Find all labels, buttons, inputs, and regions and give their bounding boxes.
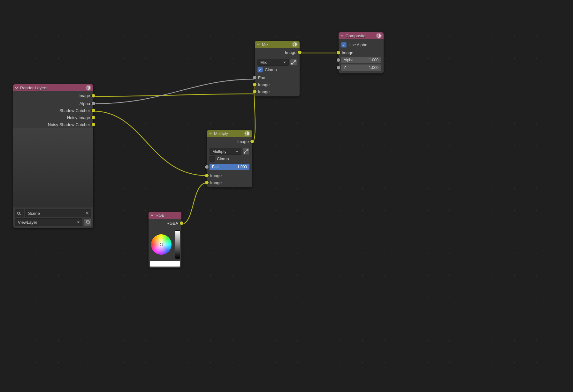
pin-icon[interactable] bbox=[84, 218, 91, 226]
view-layer-name: ViewLayer bbox=[18, 220, 37, 225]
scene-name: Scene bbox=[28, 211, 40, 216]
chevron-down-icon bbox=[340, 34, 344, 38]
socket-input-fac[interactable] bbox=[205, 165, 209, 169]
socket-input-image1[interactable] bbox=[253, 83, 256, 87]
input-label: Fac bbox=[256, 75, 268, 80]
node-title: Multiply bbox=[214, 131, 244, 136]
input-label: Image bbox=[256, 82, 272, 87]
svg-rect-3 bbox=[87, 221, 89, 223]
output-label: Image bbox=[76, 93, 93, 98]
output-label: Alpha bbox=[77, 101, 93, 106]
output-label: RGBA bbox=[164, 221, 181, 226]
view-layer-field[interactable]: ViewLayer bbox=[15, 218, 82, 226]
node-mix[interactable]: Mix Image Mix Clamp Fac Image Image bbox=[255, 41, 300, 96]
output-label: Noisy Shadow Catcher bbox=[45, 122, 93, 127]
scene-field[interactable]: Scene ✕ bbox=[25, 209, 91, 217]
blend-mode-dropdown[interactable]: Mix bbox=[257, 59, 289, 66]
alpha-label: Alpha bbox=[344, 58, 354, 62]
socket-output-image[interactable] bbox=[298, 51, 302, 54]
socket-input-image[interactable] bbox=[337, 51, 340, 55]
output-label: Image bbox=[235, 139, 251, 144]
socket-output-shadow-catcher[interactable] bbox=[92, 109, 95, 112]
preview-icon[interactable] bbox=[292, 41, 298, 47]
clamp-label: Clamp bbox=[217, 156, 229, 161]
input-label: Image bbox=[256, 89, 272, 94]
output-label: Noisy Image bbox=[65, 115, 93, 120]
color-ramp-icon[interactable] bbox=[290, 59, 297, 66]
socket-input-image1[interactable] bbox=[205, 174, 209, 177]
chevron-down-icon bbox=[14, 86, 19, 90]
checkbox-icon bbox=[210, 156, 215, 162]
preview-icon[interactable] bbox=[376, 33, 382, 39]
blend-mode-value: Mix bbox=[260, 60, 267, 65]
socket-output-image[interactable] bbox=[92, 94, 95, 97]
socket-input-fac[interactable] bbox=[253, 76, 256, 79]
image-preview-area bbox=[13, 128, 93, 207]
svg-rect-5 bbox=[291, 63, 293, 64]
node-title: Composite bbox=[346, 34, 376, 38]
svg-point-1 bbox=[18, 212, 20, 215]
preview-icon[interactable] bbox=[244, 131, 250, 136]
clamp-checkbox[interactable]: Clamp bbox=[210, 156, 249, 162]
socket-input-alpha[interactable] bbox=[337, 58, 340, 62]
node-title: Mix bbox=[262, 42, 292, 47]
input-label: Image bbox=[339, 50, 356, 55]
chevron-down-icon bbox=[150, 213, 154, 217]
clamp-label: Clamp bbox=[265, 67, 277, 72]
node-title: RGB bbox=[156, 213, 180, 218]
clear-icon[interactable]: ✕ bbox=[85, 211, 90, 216]
socket-input-z[interactable] bbox=[337, 66, 340, 70]
z-label: Z bbox=[344, 65, 346, 70]
chevron-down-icon bbox=[256, 42, 261, 47]
socket-output-image[interactable] bbox=[250, 140, 254, 143]
fac-value: 1.000 bbox=[237, 165, 247, 169]
color-ramp-icon[interactable] bbox=[242, 148, 249, 155]
checkbox-icon bbox=[257, 67, 263, 72]
alpha-value: 1.000 bbox=[369, 58, 378, 62]
color-cursor-icon bbox=[160, 243, 163, 246]
node-title: Render Layers bbox=[20, 86, 86, 90]
z-value: 1.000 bbox=[369, 65, 378, 70]
use-alpha-checkbox[interactable]: Use Alpha bbox=[341, 42, 381, 48]
scene-icon[interactable] bbox=[15, 209, 24, 217]
node-multiply[interactable]: Multiply Image Multiply Clamp Fac 1.000 … bbox=[207, 130, 252, 187]
node-header[interactable]: Multiply bbox=[207, 130, 252, 137]
node-header[interactable]: RGB bbox=[149, 212, 181, 219]
node-header[interactable]: Render Layers bbox=[13, 84, 93, 91]
socket-output-rgba[interactable] bbox=[180, 222, 183, 225]
input-label: Image bbox=[208, 180, 224, 185]
node-composite[interactable]: Composite Use Alpha Image Alpha 1.000 Z … bbox=[339, 32, 384, 73]
node-header[interactable]: Composite bbox=[339, 32, 384, 39]
input-label: Image bbox=[208, 173, 224, 178]
socket-output-noisy-image[interactable] bbox=[92, 116, 95, 119]
chevron-down-icon bbox=[208, 131, 213, 136]
color-swatch[interactable] bbox=[150, 261, 180, 267]
checkbox-icon bbox=[341, 42, 347, 48]
node-rgb[interactable]: RGB RGBA bbox=[149, 212, 181, 268]
output-label: Shadow Catcher bbox=[57, 108, 93, 113]
use-alpha-label: Use Alpha bbox=[348, 42, 367, 47]
socket-input-image2[interactable] bbox=[253, 90, 256, 94]
svg-rect-8 bbox=[244, 152, 245, 154]
socket-input-image2[interactable] bbox=[205, 181, 209, 185]
output-label: Image bbox=[282, 50, 299, 55]
alpha-slider[interactable]: Alpha 1.000 bbox=[341, 57, 381, 63]
blend-mode-value: Multiply bbox=[212, 149, 226, 154]
node-render-layers[interactable]: Render Layers Image Alpha Shadow Catcher… bbox=[13, 84, 93, 228]
blend-mode-dropdown[interactable]: Multiply bbox=[210, 148, 241, 155]
fac-label: Fac bbox=[212, 165, 218, 169]
socket-output-noisy-shadow-catcher[interactable] bbox=[92, 123, 95, 126]
clamp-checkbox[interactable]: Clamp bbox=[257, 67, 297, 72]
z-slider[interactable]: Z 1.000 bbox=[341, 64, 381, 71]
color-wheel[interactable] bbox=[151, 234, 172, 255]
value-cursor-icon bbox=[175, 230, 180, 233]
socket-output-alpha[interactable] bbox=[92, 102, 95, 105]
preview-icon[interactable] bbox=[86, 85, 91, 91]
value-slider[interactable] bbox=[175, 230, 180, 259]
fac-slider[interactable]: Fac 1.000 bbox=[210, 164, 249, 170]
node-header[interactable]: Mix bbox=[255, 41, 300, 48]
